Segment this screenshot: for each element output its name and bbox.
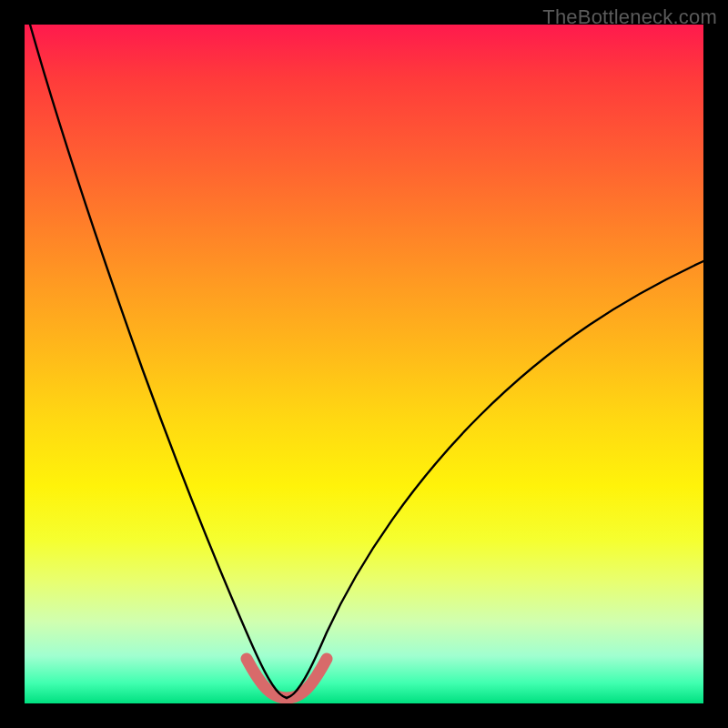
watermark-text: TheBottleneck.com — [542, 5, 717, 29]
optimal-region-highlight — [247, 659, 327, 698]
chart-curves-svg — [25, 25, 703, 703]
bottleneck-curve-left — [30, 25, 287, 698]
chart-plot-area — [25, 25, 703, 703]
bottleneck-curve-right — [287, 261, 703, 698]
